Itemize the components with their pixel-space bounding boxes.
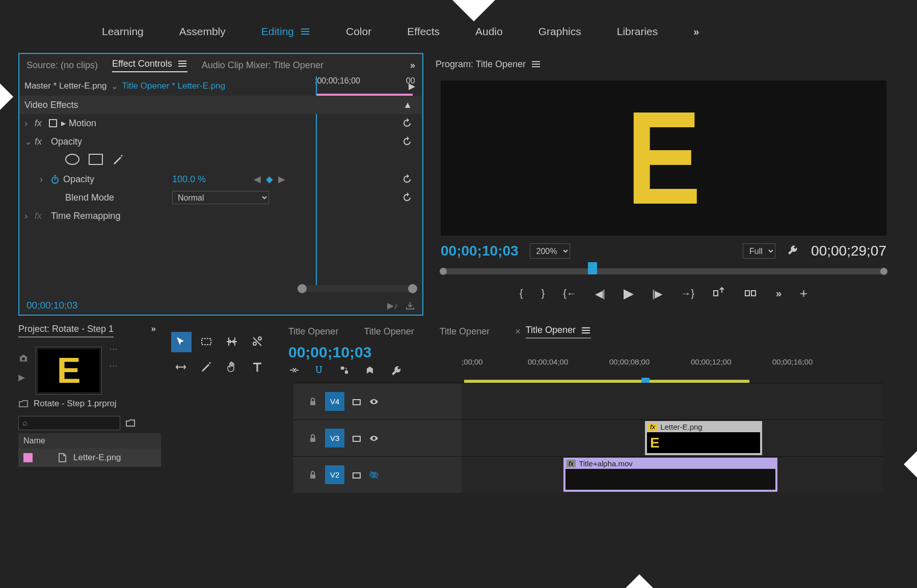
twirl-right-icon[interactable]: › [40,174,50,185]
clip-title-alpha[interactable]: fxTitle+alpha.mov [563,458,777,492]
go-to-out-icon[interactable]: →} [681,288,694,299]
sync-lock-icon[interactable] [352,397,362,407]
track-v2-lane[interactable]: fxTitle+alpha.mov [462,457,883,493]
add-button-icon[interactable]: + [800,286,807,301]
scroll-thumb-right[interactable] [408,284,417,293]
lock-icon[interactable] [308,397,318,407]
thumb-menu-icon[interactable]: ⋯ [109,360,118,371]
step-back-icon[interactable]: ◀| [595,288,605,300]
pen-tool-icon[interactable] [197,357,217,378]
sync-lock-icon[interactable] [352,470,362,480]
twirl-down-icon[interactable]: ⌄ [24,136,35,147]
linked-selection-icon[interactable] [339,365,349,375]
slip-tool-icon[interactable] [171,357,192,378]
workspace-tab-effects[interactable]: Effects [407,25,440,38]
project-panel-title[interactable]: Project: Rotate - Step 1 [18,322,114,338]
program-scrub-bar[interactable] [441,268,886,274]
lock-icon[interactable] [308,470,318,480]
clip-letter-e[interactable]: fxLetter-E.png E [645,421,762,455]
play-preview-icon[interactable]: ▶ [18,372,29,383]
sequence-tab-3[interactable]: Title Opener [440,326,490,337]
export-frame-icon[interactable] [405,300,415,311]
sequence-tab-2[interactable]: Title Opener [364,326,414,337]
ec-current-timecode[interactable]: 00;00;10;03 [26,300,77,311]
play-only-icon[interactable]: ▶♪ [387,300,398,311]
insert-mode-icon[interactable] [288,365,299,375]
ec-opacity-row[interactable]: ⌄ fx Opacity [19,132,422,151]
program-viewer[interactable]: E [441,80,886,236]
ellipse-mask-icon[interactable] [65,154,79,165]
reset-icon[interactable] [402,118,412,128]
project-preview-thumb[interactable]: E [36,347,102,395]
eye-off-icon[interactable] [369,470,379,480]
twirl-right-icon[interactable]: › [24,118,35,129]
ec-section-video-effects[interactable]: Video Effects ▲ [19,96,422,114]
ec-motion-row[interactable]: › fx ▸ Motion [19,114,422,132]
snap-icon[interactable] [314,365,324,375]
timeline-ruler[interactable]: ;00;00 00;00;04;00 00;00;08;00 00;00;12;… [462,357,883,378]
eye-icon[interactable] [369,397,379,407]
fx-badge-icon[interactable]: fx [35,136,48,147]
workspace-tab-graphics[interactable]: Graphics [538,25,581,38]
workspace-tab-editing[interactable]: Editing [261,25,310,38]
extract-icon[interactable] [744,286,758,301]
razor-tool-icon[interactable] [248,332,268,352]
add-keyframe-icon[interactable]: ◆ [266,174,273,185]
ec-opacity-value[interactable]: 100.0 % [172,174,206,185]
program-playhead[interactable] [588,262,597,274]
new-bin-icon[interactable] [125,418,136,428]
eye-icon[interactable] [369,433,379,443]
scrub-dot-right[interactable] [880,268,887,275]
track-select-tool-icon[interactable] [197,332,217,352]
selection-tool-icon[interactable] [171,332,192,352]
reset-icon[interactable] [402,192,412,203]
camera-icon[interactable] [18,353,29,363]
sequence-tab-active[interactable]: Title Opener [526,325,591,339]
workspace-tab-learning[interactable]: Learning [102,25,144,38]
track-v4-label[interactable]: V4 [325,392,344,411]
tab-source[interactable]: Source: (no clips) [26,60,98,71]
panel-overflow-icon[interactable]: » [151,324,156,334]
track-v3-label[interactable]: V3 [325,429,344,447]
marker-icon[interactable] [365,365,375,375]
prev-keyframe-icon[interactable]: ◀ [254,174,261,185]
bin-icon[interactable] [18,399,29,409]
transport-overflow-icon[interactable]: » [776,288,781,299]
tab-audio-clip-mixer[interactable]: Audio Clip Mixer: Title Opener [202,60,323,71]
chevron-down-icon[interactable]: ⌄ [111,81,118,92]
lift-icon[interactable] [713,286,726,301]
step-forward-icon[interactable]: |▶ [652,288,662,300]
play-icon[interactable]: ▶ [409,81,415,92]
panel-menu-icon[interactable] [581,325,591,335]
ec-time-remapping-row[interactable]: › fx Time Remapping [19,207,422,225]
blend-mode-select[interactable]: Normal [172,191,269,204]
twirl-right-icon[interactable]: › [24,211,35,221]
panel-overflow-icon[interactable]: » [410,60,415,71]
project-name-column[interactable]: Name [18,433,161,449]
close-tab-icon[interactable]: × [515,326,521,337]
workspace-tab-assembly[interactable]: Assembly [179,25,226,38]
collapse-up-icon[interactable]: ▲ [403,100,412,110]
reset-icon[interactable] [402,174,412,184]
rectangle-mask-icon[interactable] [89,154,103,165]
timeline-settings-icon[interactable] [390,365,400,375]
stopwatch-icon[interactable] [50,174,60,184]
panel-menu-icon[interactable] [531,59,541,69]
project-item-row[interactable]: Letter-E.png [18,449,161,467]
pen-mask-icon[interactable] [112,154,125,167]
workspace-tab-libraries[interactable]: Libraries [617,25,658,38]
go-to-in-icon[interactable]: {← [563,288,577,299]
ripple-edit-tool-icon[interactable] [222,332,242,352]
tab-effect-controls[interactable]: Effect Controls [112,59,187,72]
type-tool-icon[interactable] [248,357,268,378]
lock-icon[interactable] [308,433,318,443]
workspace-overflow-icon[interactable]: » [693,26,699,38]
fx-badge-icon[interactable]: fx [35,118,48,129]
play-icon[interactable]: ▶ [624,286,634,301]
scrub-dot-left[interactable] [440,268,447,275]
reset-icon[interactable] [402,136,412,147]
zoom-select[interactable]: 200% [530,243,570,259]
scroll-thumb-left[interactable] [298,284,307,293]
wrench-settings-icon[interactable] [787,244,800,258]
mark-in-icon[interactable]: { [520,288,523,299]
